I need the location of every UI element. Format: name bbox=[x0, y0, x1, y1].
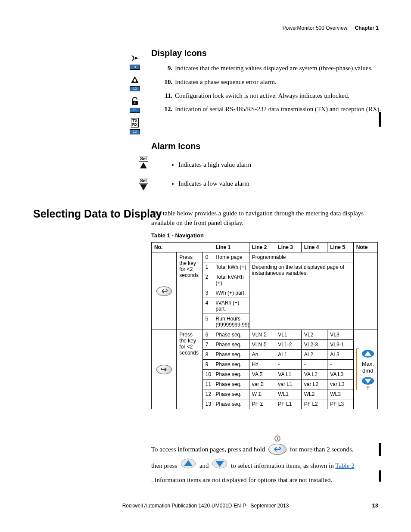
cell-no: 10 bbox=[202, 370, 213, 380]
cell-l2: VLN Σ bbox=[249, 330, 275, 340]
cell-l4: - bbox=[301, 360, 327, 370]
running-header: PowerMonitor 500 Overview Chapter 1 bbox=[283, 25, 379, 31]
down-triangle-button-icon bbox=[212, 458, 227, 474]
ref-9: 9 bbox=[130, 65, 140, 70]
cell-l5: VL3 bbox=[327, 330, 353, 340]
cell-no: 2 bbox=[202, 272, 213, 288]
cell-l2: VLN Σ bbox=[249, 340, 275, 350]
svg-point-6 bbox=[134, 102, 135, 103]
cell-note-maxdmd: Max, dmd bbox=[353, 330, 377, 409]
press-instruction: Press the key for <2 seconds bbox=[177, 252, 202, 330]
cell-l2: An bbox=[249, 350, 275, 360]
cell-l5: VL3-1 bbox=[327, 340, 353, 350]
svg-rect-16 bbox=[277, 438, 278, 440]
heading-selecting-data: Selecting Data to Display bbox=[33, 208, 162, 220]
cell-l1: Phase seq. bbox=[213, 330, 249, 340]
alarm-low-icon: Set bbox=[137, 178, 150, 191]
rx-label: RX bbox=[132, 123, 138, 127]
set-label: Set bbox=[139, 156, 148, 162]
cell-l1: Phase seq. bbox=[213, 360, 249, 370]
heading-alarm-icons: Alarm Icons bbox=[151, 141, 200, 151]
navigation-table: No. Line 1 Line 2 Line 3 Line 4 Line 5 N… bbox=[151, 242, 378, 409]
cell-no: 0 bbox=[202, 252, 213, 262]
change-bar bbox=[379, 112, 381, 127]
list-item: Indication of serial RS-485/RS-232 data … bbox=[174, 105, 385, 114]
note-text: Max, dmd bbox=[361, 361, 375, 374]
cell-l3: PF L1 bbox=[275, 399, 301, 409]
cell-depending: Depending on the last displayed page of … bbox=[249, 262, 353, 330]
cell-no: 12 bbox=[202, 389, 213, 399]
doc-title: PowerMonitor 500 Overview bbox=[283, 25, 348, 31]
cell-l2: W Σ bbox=[249, 389, 275, 399]
th-note: Note bbox=[353, 243, 377, 252]
alarm-icons-list: Indicates a high value alarm Indicates a… bbox=[171, 160, 381, 198]
info-paragraph: To access information pages, press and h… bbox=[151, 442, 380, 485]
cell-l4: VL2-3 bbox=[301, 340, 327, 350]
list-item: Configuration lock switch is not active.… bbox=[174, 91, 385, 101]
list-item: Indicates that the metering values displ… bbox=[174, 64, 385, 73]
text: to select information items, as shown in bbox=[231, 462, 334, 469]
cell-no: 6 bbox=[202, 330, 213, 340]
cell-l3: - bbox=[275, 360, 301, 370]
cell-l3: AL1 bbox=[275, 350, 301, 360]
cell-l4: var L2 bbox=[301, 380, 327, 389]
phase-error-icon bbox=[130, 75, 140, 84]
cell-no: 4 bbox=[202, 298, 213, 314]
svg-rect-15 bbox=[277, 437, 278, 438]
cell-l3: WL1 bbox=[275, 389, 301, 399]
cell-note-empty bbox=[353, 252, 377, 330]
cell-l4: VL2 bbox=[301, 330, 327, 340]
cell-l4: WL2 bbox=[301, 389, 327, 399]
cell-l2: Hz bbox=[249, 360, 275, 370]
chapter-label: Chapter 1 bbox=[355, 25, 379, 31]
cell-l5: VA L3 bbox=[327, 370, 353, 380]
th-l1: Line 1 bbox=[213, 243, 249, 252]
table-caption: Table 1 - Navigation bbox=[151, 232, 204, 239]
cell-l4: AL2 bbox=[301, 350, 327, 360]
table-row: Press the key for <2 seconds 0 Home page… bbox=[152, 252, 378, 262]
intro-paragraph: The table below provides a guide to navi… bbox=[151, 209, 375, 228]
ref-11: 11 bbox=[130, 108, 140, 113]
th-l4: Line 4 bbox=[301, 243, 327, 252]
back-arrow-info-button-icon bbox=[268, 442, 286, 458]
footer-publication: Rockwell Automation Publication 1420-UM0… bbox=[0, 503, 411, 509]
th-l3: Line 3 bbox=[275, 243, 301, 252]
svg-text:Σ: Σ bbox=[134, 56, 137, 61]
cell-no: 5 bbox=[202, 314, 213, 330]
cell-l1: Run Hours (99999999.99) bbox=[213, 314, 249, 330]
cell-l2: VA Σ bbox=[249, 370, 275, 380]
tx-rx-icon: TX RX bbox=[131, 118, 139, 128]
forward-arrow-button-icon bbox=[152, 330, 177, 409]
list-item: Indicates a phase sequence error alarm. bbox=[174, 78, 385, 87]
cell-no: 9 bbox=[202, 360, 213, 370]
ref-12: 12 bbox=[130, 129, 140, 134]
page-number: 13 bbox=[372, 502, 378, 509]
cell-l1: Total kVARh (+) bbox=[213, 272, 249, 288]
cell-l3: var L1 bbox=[275, 380, 301, 389]
cell-l1: Phase seq. bbox=[213, 370, 249, 380]
down-triangle-icon bbox=[361, 376, 375, 385]
table-row: Press the key for <2 seconds 6 Phase seq… bbox=[152, 330, 378, 340]
cell-l1: kVARh (+) part. bbox=[213, 298, 249, 314]
cell-l3: VA L1 bbox=[275, 370, 301, 380]
alarm-icons-column: Set Set bbox=[137, 156, 150, 200]
display-icons-list: Indicates that the metering values displ… bbox=[163, 64, 385, 118]
cell-l5: PF L3 bbox=[327, 399, 353, 409]
cell-l1: Phase seq. bbox=[213, 380, 249, 389]
cell-programmable: Programmable bbox=[249, 252, 353, 262]
cell-no: 7 bbox=[202, 340, 213, 350]
cell-l4: VA L2 bbox=[301, 370, 327, 380]
cell-no: 3 bbox=[202, 288, 213, 298]
cell-l5: AL3 bbox=[327, 350, 353, 360]
cell-l2: PF Σ bbox=[249, 399, 275, 409]
th-l2: Line 2 bbox=[249, 243, 275, 252]
cell-l5: WL3 bbox=[327, 389, 353, 399]
cell-l1: Phase seq. bbox=[213, 389, 249, 399]
up-triangle-button-icon bbox=[181, 458, 196, 474]
text: . Information items are not displayed fo… bbox=[151, 475, 380, 485]
heading-display-icons: Display Icons bbox=[151, 48, 207, 58]
cell-no: 1 bbox=[202, 262, 213, 272]
cell-no: 8 bbox=[202, 350, 213, 360]
table-2-link[interactable]: Table 2 bbox=[335, 462, 354, 469]
svg-marker-7 bbox=[140, 162, 147, 168]
